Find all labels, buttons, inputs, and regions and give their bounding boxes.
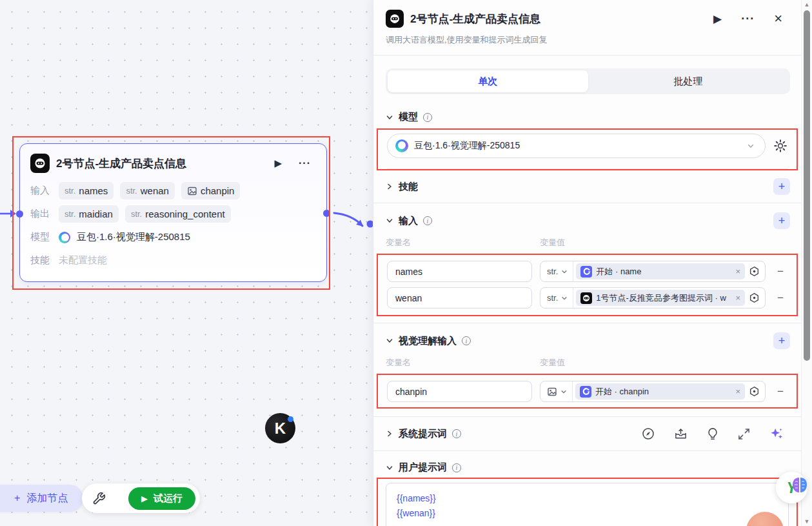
input-name-field[interactable]: names (387, 261, 532, 282)
panel-run-icon[interactable]: ▶ (713, 12, 722, 26)
skill-section-title: 技能 (399, 181, 418, 193)
node-config-panel: 2号节点-生成产品卖点信息 ▶ ··· × 调用大语言模型,使用变量和提示词生成… (373, 0, 801, 526)
add-node-button[interactable]: + 添加节点 (0, 485, 83, 512)
vision-value-group: 开始 · chanpin × (540, 381, 766, 402)
chevron-down-icon[interactable] (386, 114, 393, 121)
scroll-down-icon[interactable]: ▼ (804, 517, 810, 526)
model-settings-gear-icon[interactable] (773, 139, 787, 153)
type-select[interactable]: str. (540, 261, 573, 281)
panel-title: 2号节点-生成产品卖点信息 (410, 12, 707, 26)
annotation-box-model: 豆包·1.6·视觉理解-250815 (377, 128, 798, 170)
variable-ref-tag[interactable]: 开始 · chanpin × (575, 383, 745, 400)
start-node-icon (580, 266, 592, 278)
node-more-icon[interactable]: ··· (299, 157, 311, 169)
k-logo-blue-dot (288, 416, 293, 422)
lightbulb-icon[interactable] (707, 427, 718, 440)
vision-section-title: 视觉理解输入 (399, 335, 457, 347)
annotation-box-vision: chanpin 开始 · chanpin × − (377, 374, 798, 409)
node-model-label: 模型 (30, 231, 52, 243)
k-watermark-logo: K (265, 413, 295, 443)
chevron-down-icon (561, 295, 568, 301)
info-icon: i (452, 429, 461, 438)
input-value-group: str. 开始 · name × (540, 261, 766, 282)
tab-batch[interactable]: 批处理 (588, 70, 789, 92)
remove-row-button[interactable]: − (773, 385, 787, 398)
page-scrollbar[interactable]: ▲ ▼ (801, 0, 812, 526)
mode-tabbar: 单次 批处理 (386, 68, 790, 94)
chevron-down-icon[interactable] (386, 217, 393, 225)
add-input-button[interactable]: + (773, 212, 790, 229)
doubao-logo-icon (59, 232, 70, 243)
panel-node-icon (386, 10, 404, 28)
node-output-label: 输出 (30, 208, 52, 220)
annotation-box-user-prompt: {{names}} {{wenan}} (377, 478, 798, 526)
model-select[interactable]: 豆包·1.6·视觉理解-250815 (387, 134, 766, 158)
llm-node-icon (30, 154, 50, 173)
model-section-title: 模型 (399, 111, 418, 123)
image-icon (547, 387, 557, 397)
input-name-field[interactable]: wenan (387, 287, 532, 309)
vision-column-headers: 变量名 变量值 (386, 357, 790, 369)
test-run-button[interactable]: ▶ 试运行 (128, 487, 195, 510)
scrollbar-thumb[interactable] (804, 10, 810, 361)
type-select[interactable]: str. (540, 288, 573, 308)
remove-ref-icon[interactable]: × (735, 267, 740, 276)
brain-icon[interactable] (791, 476, 809, 495)
inbox-upload-icon[interactable] (674, 427, 688, 440)
chevron-down-icon (747, 142, 755, 150)
input-section-title: 输入 (399, 215, 418, 227)
chevron-down-icon (560, 389, 567, 395)
chevron-down-icon (561, 268, 568, 275)
remove-row-button[interactable]: − (773, 265, 787, 278)
output-port[interactable] (323, 210, 330, 217)
remove-ref-icon[interactable]: × (735, 293, 740, 303)
node-skill-value: 未配置技能 (59, 254, 107, 267)
llm-node-card[interactable]: 2号节点-生成产品卖点信息 ▶ ··· 输入 str.names str.wen… (19, 143, 327, 282)
user-prompt-title: 用户提示词 (399, 461, 447, 474)
info-icon: i (423, 216, 432, 225)
tab-single-run[interactable]: 单次 (388, 70, 588, 92)
expression-icon[interactable] (748, 386, 765, 397)
panel-subtitle: 调用大语言模型,使用变量和提示词生成回复 (373, 28, 801, 46)
input-column-headers: 变量名 变量值 (386, 237, 790, 248)
plus-icon: + (14, 492, 20, 504)
remove-ref-icon[interactable]: × (735, 387, 740, 396)
annotation-box-inputs: names str. 开始 · name × − wenan (377, 254, 798, 316)
user-prompt-editor[interactable]: {{names}} {{wenan}} (386, 483, 789, 526)
add-skill-button[interactable]: + (773, 178, 790, 195)
expression-icon[interactable] (748, 292, 765, 303)
ai-sparkles-icon[interactable] (769, 427, 784, 441)
edge-incoming (0, 205, 19, 222)
play-icon: ▶ (141, 494, 148, 503)
info-icon: i (462, 336, 471, 345)
chevron-down-icon[interactable] (386, 337, 393, 345)
remove-row-button[interactable]: − (773, 292, 787, 305)
panel-close-icon[interactable]: × (774, 12, 782, 26)
doubao-logo-icon (395, 139, 408, 152)
scroll-up-icon[interactable]: ▲ (804, 0, 810, 9)
chevron-right-icon[interactable] (386, 430, 393, 438)
node-run-icon[interactable]: ▶ (274, 157, 282, 169)
workflow-editor: 2号节点-生成产品卖点信息 ▶ ··· 输入 str.names str.wen… (0, 0, 812, 526)
chevron-down-icon[interactable] (386, 464, 393, 472)
panel-more-icon[interactable]: ··· (741, 12, 755, 26)
prompt-variable: {{wenan}} (397, 506, 778, 521)
chevron-right-icon[interactable] (386, 183, 393, 190)
edge-outgoing (330, 205, 375, 234)
compass-icon[interactable] (642, 427, 655, 440)
type-select-image[interactable] (540, 381, 573, 401)
wrench-icon[interactable] (92, 492, 106, 505)
expand-icon[interactable] (738, 428, 750, 440)
variable-ref-tag[interactable]: 1号节点-反推竞品参考图提示词 · w × (576, 290, 745, 306)
node-output-tag: str.reasoning_content (125, 205, 231, 223)
expression-icon[interactable] (748, 266, 765, 277)
variable-ref-tag[interactable]: 开始 · name × (576, 263, 745, 279)
node-input-tag: chanpin (181, 182, 241, 199)
node-input-label: 输入 (30, 185, 52, 197)
add-vision-input-button[interactable]: + (773, 332, 790, 349)
node-input-tag: str.names (59, 182, 114, 199)
node-title: 2号节点-生成产品卖点信息 (56, 156, 268, 171)
run-toolbar: ▶ 试运行 (82, 483, 200, 513)
node-model-value: 豆包·1.6·视觉理解-250815 (77, 231, 190, 243)
vision-name-field[interactable]: chanpin (387, 381, 532, 402)
